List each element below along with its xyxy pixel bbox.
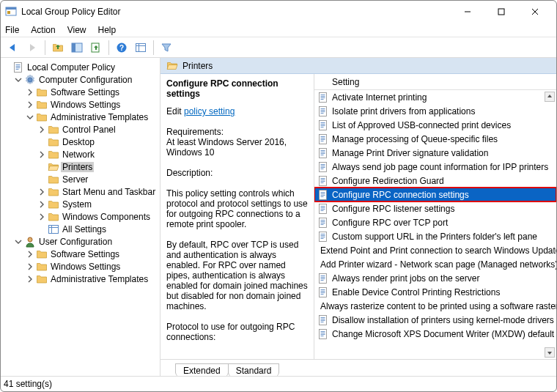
tab-extended[interactable]: Extended — [175, 363, 229, 376]
expander-icon[interactable] — [26, 100, 34, 109]
status-text: 41 setting(s) — [4, 379, 52, 389]
setting-row[interactable]: Always render print jobs on the server — [314, 271, 556, 285]
tree-user-config[interactable]: User Configuration — [14, 235, 160, 248]
tree-uc-software[interactable]: Software Settings — [26, 248, 160, 260]
titlebar: Local Group Policy Editor — [1, 1, 556, 23]
setting-row[interactable]: List of Approved USB-connected print dev… — [314, 118, 556, 132]
filter-button[interactable] — [158, 40, 174, 56]
expander-icon[interactable] — [26, 275, 34, 284]
tree-at-all-settings[interactable]: All Settings — [37, 223, 160, 235]
tree-at-network[interactable]: Network — [37, 148, 160, 160]
menu-help[interactable]: Help — [98, 25, 117, 35]
maximize-button[interactable] — [484, 1, 518, 23]
tree-cc-windows[interactable]: Windows Settings — [26, 98, 160, 111]
menu-view[interactable]: View — [67, 25, 86, 35]
app-icon — [5, 6, 17, 18]
tree-at-start-menu[interactable]: Start Menu and Taskbar — [37, 185, 160, 198]
close-button[interactable] — [518, 1, 552, 23]
scroll-down-button[interactable] — [545, 347, 555, 358]
svg-point-12 — [28, 237, 32, 242]
expander-icon[interactable] — [26, 113, 34, 122]
setting-label: Always send job page count information f… — [332, 162, 548, 172]
setting-row[interactable]: Enable Device Control Printing Restricti… — [314, 285, 556, 299]
tree-at-server[interactable]: Server — [37, 173, 160, 185]
policy-setting-link[interactable]: policy setting — [184, 106, 235, 117]
tree-root[interactable]: Local Computer Policy — [2, 61, 160, 73]
statusbar: 41 setting(s) — [1, 377, 556, 391]
settings-list-header[interactable]: Setting — [314, 74, 556, 90]
policy-icon — [317, 273, 329, 284]
scroll-up-button[interactable] — [545, 92, 555, 102]
properties-button[interactable] — [133, 40, 149, 56]
user-icon — [24, 236, 36, 248]
expander-icon[interactable] — [14, 75, 23, 84]
setting-label: Isolate print drivers from applications — [332, 106, 475, 117]
menu-file[interactable]: File — [5, 25, 19, 35]
setting-row[interactable]: Isolate print drivers from applications — [314, 104, 556, 118]
expander-icon[interactable] — [26, 262, 34, 271]
tree-cc-admin-templates[interactable]: Administrative Templates — [26, 111, 160, 123]
folder-icon — [48, 124, 59, 136]
setting-row[interactable]: Manage processing of Queue-specific file… — [314, 132, 556, 146]
expander-icon[interactable] — [26, 88, 34, 97]
description-p1: This policy setting controls which proto… — [166, 188, 308, 229]
expander-icon[interactable] — [37, 212, 46, 221]
tab-standard[interactable]: Standard — [228, 363, 280, 376]
tree-at-desktop[interactable]: Desktop — [37, 136, 160, 148]
folder-icon — [36, 99, 48, 111]
setting-row[interactable]: Configure RPC over TCP port — [314, 215, 556, 229]
setting-label: Always rasterize content to be printed u… — [320, 301, 556, 311]
settings-list-icon — [48, 223, 59, 235]
export-list-button[interactable] — [88, 40, 104, 56]
setting-row[interactable]: Configure RPC listener settings — [314, 201, 556, 215]
setting-label: Configure Redirection Guard — [332, 176, 444, 186]
back-button[interactable] — [5, 40, 21, 56]
tree-cc-software[interactable]: Software Settings — [26, 86, 160, 98]
tree-pane[interactable]: Local Computer Policy Computer Configura… — [1, 58, 161, 376]
tree-at-printers[interactable]: Printers — [37, 160, 160, 173]
setting-row[interactable]: Extend Point and Print connection to sea… — [314, 243, 556, 257]
tree-uc-admin-templates[interactable]: Administrative Templates — [26, 273, 160, 285]
setting-row[interactable]: Change Microsoft XPS Document Writer (MX… — [314, 327, 556, 341]
setting-row[interactable]: Configure RPC connection settings — [314, 188, 556, 201]
setting-label: Disallow installation of printers using … — [332, 315, 554, 325]
minimize-button[interactable] — [451, 1, 484, 23]
tree-uc-windows[interactable]: Windows Settings — [26, 260, 160, 273]
folder-icon — [36, 86, 48, 98]
setting-label: Manage processing of Queue-specific file… — [332, 134, 498, 144]
setting-label: Configure RPC listener settings — [332, 204, 454, 214]
expander-icon[interactable] — [37, 150, 46, 159]
setting-row[interactable]: Always rasterize content to be printed u… — [314, 299, 556, 313]
expander-icon[interactable] — [37, 125, 46, 134]
policy-icon — [317, 286, 329, 298]
setting-row[interactable]: Activate Internet printing — [314, 90, 556, 104]
expander-icon[interactable] — [37, 188, 46, 196]
menu-action[interactable]: Action — [31, 25, 55, 35]
help-button[interactable]: ? — [114, 40, 130, 56]
expander-icon[interactable] — [14, 237, 23, 246]
expander-icon[interactable] — [37, 200, 46, 209]
show-hide-tree-button[interactable] — [69, 40, 85, 56]
forward-button[interactable] — [24, 40, 40, 56]
setting-row[interactable]: Always send job page count information f… — [314, 160, 556, 174]
policy-icon — [317, 175, 329, 187]
setting-label: Add Printer wizard - Network scan page (… — [320, 259, 556, 270]
setting-row[interactable]: Add Printer wizard - Network scan page (… — [314, 257, 556, 271]
setting-row[interactable]: Disallow installation of printers using … — [314, 313, 556, 327]
setting-row[interactable]: Configure Redirection Guard — [314, 174, 556, 188]
tree-computer-config[interactable]: Computer Configuration — [14, 73, 160, 86]
description-pane: Configure RPC connection settings Edit p… — [161, 74, 314, 359]
tree-at-windows-components[interactable]: Windows Components — [37, 210, 160, 223]
policy-icon — [317, 119, 329, 131]
description-p3: Protocol to use for outgoing RPC connect… — [166, 322, 308, 342]
up-button[interactable] — [50, 40, 66, 56]
folder-icon — [48, 186, 59, 198]
tree-at-control-panel[interactable]: Control Panel — [37, 123, 160, 136]
setting-row[interactable]: Manage Print Driver signature validation — [314, 146, 556, 160]
setting-label: Extend Point and Print connection to sea… — [320, 245, 556, 256]
policy-icon — [12, 62, 24, 73]
setting-row[interactable]: Custom support URL in the Printers folde… — [314, 229, 556, 243]
tree-at-system[interactable]: System — [37, 198, 160, 210]
settings-list[interactable]: Activate Internet printingIsolate print … — [314, 90, 556, 359]
expander-icon[interactable] — [26, 250, 34, 259]
